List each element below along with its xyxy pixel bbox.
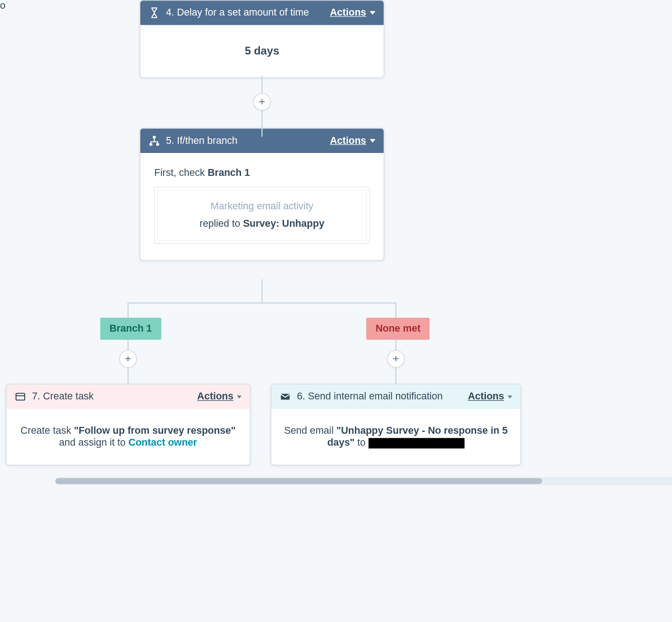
add-step-button-left[interactable]: + xyxy=(119,350,137,368)
card-branch-title: 5. If/then branch xyxy=(166,135,237,147)
card-delay[interactable]: 4. Delay for a set amount of time Action… xyxy=(140,0,384,78)
chevron-down-icon xyxy=(369,11,375,15)
horizontal-scrollbar[interactable] xyxy=(55,477,672,485)
card-send-email-body: Send email "Unhappy Survey - No response… xyxy=(271,409,521,465)
card-send-email[interactable]: 6. Send internal email notification Acti… xyxy=(271,384,521,465)
svg-rect-3 xyxy=(16,393,25,400)
actions-label: Actions xyxy=(468,391,504,402)
actions-menu-delay[interactable]: Actions xyxy=(330,7,375,18)
chevron-down-icon xyxy=(237,395,242,398)
condition-category: Marketing email activity xyxy=(166,201,358,212)
scrollbar-thumb[interactable] xyxy=(55,478,542,484)
card-branch[interactable]: 5. If/then branch Actions First, check B… xyxy=(140,128,384,261)
actions-menu-branch[interactable]: Actions xyxy=(330,135,375,147)
card-send-email-header[interactable]: 6. Send internal email notification Acti… xyxy=(271,384,521,409)
svg-rect-2 xyxy=(156,143,159,146)
branch-label-branch1: Branch 1 xyxy=(100,317,161,339)
connector-line xyxy=(127,302,397,304)
redacted-recipient xyxy=(369,438,465,448)
actions-menu-task[interactable]: Actions xyxy=(197,391,242,402)
contact-owner-link[interactable]: Contact owner xyxy=(128,437,197,448)
card-delay-body: 5 days xyxy=(140,25,384,77)
plus-icon: + xyxy=(393,353,399,366)
plus-icon: + xyxy=(125,353,131,366)
connector-line xyxy=(395,302,397,384)
card-create-task[interactable]: 7. Create task Actions Create task "Foll… xyxy=(6,384,250,465)
card-send-email-title: 6. Send internal email notification xyxy=(297,391,443,402)
sitemap-icon xyxy=(149,135,160,147)
branch-condition: Marketing email activity replied to Surv… xyxy=(157,190,367,241)
actions-label: Actions xyxy=(330,135,366,147)
branch-label-nonemet: None met xyxy=(366,317,430,339)
task-icon xyxy=(15,391,26,402)
svg-rect-0 xyxy=(153,136,155,138)
envelope-icon xyxy=(280,391,291,402)
branch-condition-box[interactable]: Marketing email activity replied to Surv… xyxy=(154,187,370,244)
offscreen-fragment: o xyxy=(0,0,8,14)
actions-label: Actions xyxy=(197,391,233,402)
card-create-task-header[interactable]: 7. Create task Actions xyxy=(6,384,250,409)
svg-rect-1 xyxy=(149,143,152,146)
add-step-button-right[interactable]: + xyxy=(387,350,405,368)
chevron-down-icon xyxy=(369,139,375,143)
connector-line xyxy=(261,279,263,303)
card-create-task-body: Create task "Follow up from survey respo… xyxy=(6,409,250,465)
add-step-button[interactable]: + xyxy=(253,93,270,110)
actions-label: Actions xyxy=(330,7,366,18)
branch-check-text: First, check Branch 1 xyxy=(154,167,370,178)
card-delay-title: 4. Delay for a set amount of time xyxy=(166,7,309,18)
actions-menu-email[interactable]: Actions xyxy=(468,391,512,402)
connector-line xyxy=(127,302,129,384)
card-create-task-title: 7. Create task xyxy=(32,391,94,402)
delay-value: 5 days xyxy=(245,45,279,57)
chevron-down-icon xyxy=(507,395,512,398)
plus-icon: + xyxy=(259,95,265,108)
card-delay-header[interactable]: 4. Delay for a set amount of time Action… xyxy=(140,0,384,25)
hourglass-icon xyxy=(149,7,160,18)
card-branch-body: First, check Branch 1 Marketing email ac… xyxy=(140,153,384,260)
